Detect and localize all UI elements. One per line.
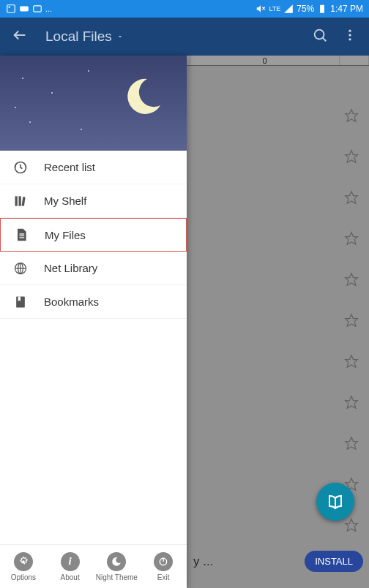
svg-rect-2 — [20, 7, 29, 12]
drawer-item-my-shelf[interactable]: My Shelf — [0, 184, 187, 218]
truncated-text: y ... — [190, 554, 213, 569]
svg-rect-3 — [34, 6, 42, 12]
navigation-drawer: Recent list My Shelf My Files Net Librar… — [0, 56, 187, 588]
mute-icon — [256, 4, 266, 14]
svg-point-12 — [348, 38, 351, 40]
svg-point-10 — [348, 30, 351, 32]
drawer-bottom-actions: Options i About Night Theme Exit — [0, 544, 187, 588]
battery-label: 75% — [297, 4, 314, 14]
search-button[interactable] — [312, 27, 328, 46]
drawer-header — [0, 56, 187, 151]
signal-icon — [283, 4, 294, 14]
bottom-btn-label: Options — [11, 573, 36, 581]
svg-point-1 — [9, 7, 10, 8]
status-right: LTE 75% 1:47 PM — [256, 4, 363, 14]
time-label: 1:47 PM — [330, 4, 363, 14]
app-bar: Local Files — [0, 18, 369, 56]
svg-point-8 — [315, 30, 324, 39]
status-bar: ... LTE 75% 1:47 PM — [0, 0, 369, 18]
exit-button[interactable]: Exit — [140, 552, 187, 581]
drawer-list: Recent list My Shelf My Files Net Librar… — [0, 151, 187, 544]
options-button[interactable]: Options — [0, 552, 47, 581]
chevron-down-icon — [116, 33, 124, 40]
info-icon: i — [61, 552, 80, 571]
drawer-item-my-files[interactable]: My Files — [0, 218, 187, 252]
bottom-btn-label: Night Theme — [96, 573, 138, 581]
svg-rect-29 — [20, 233, 25, 234]
svg-rect-28 — [22, 196, 26, 206]
title-dropdown[interactable]: Local Files — [45, 29, 312, 45]
svg-rect-31 — [20, 237, 25, 238]
status-left-icons: ... — [6, 4, 52, 14]
drawer-item-label: Bookmarks — [44, 295, 99, 308]
search-icon — [312, 27, 328, 43]
message-icon — [32, 4, 42, 14]
svg-line-9 — [323, 38, 327, 42]
install-button-label: INSTALL — [315, 556, 353, 567]
bookmark-icon — [13, 295, 28, 309]
svg-point-11 — [348, 34, 351, 36]
drawer-item-label: My Shelf — [44, 195, 86, 207]
history-icon — [13, 160, 28, 175]
power-icon — [154, 552, 173, 571]
status-more: ... — [45, 4, 52, 13]
youtube-icon — [19, 4, 29, 14]
open-book-icon — [327, 493, 344, 510]
battery-icon — [317, 4, 327, 14]
night-theme-button[interactable]: Night Theme — [94, 552, 141, 581]
moon-icon — [121, 75, 165, 118]
bottom-btn-label: Exit — [157, 573, 170, 581]
file-icon — [14, 227, 29, 242]
image-icon — [6, 4, 16, 14]
svg-rect-27 — [19, 196, 21, 206]
network-label: LTE — [269, 5, 280, 12]
globe-icon — [13, 261, 28, 276]
svg-rect-6 — [320, 5, 324, 13]
page-title: Local Files — [45, 29, 112, 45]
arrow-left-icon — [12, 27, 28, 43]
back-button[interactable] — [12, 27, 28, 46]
drawer-item-label: My Files — [45, 229, 86, 241]
reader-fab[interactable] — [316, 483, 354, 521]
drawer-item-label: Net Library — [44, 262, 97, 274]
moon-icon — [107, 552, 126, 571]
svg-rect-30 — [20, 235, 25, 236]
drawer-item-label: Recent list — [44, 161, 95, 173]
more-vert-icon — [343, 28, 357, 42]
books-icon — [13, 194, 28, 208]
bottom-content-area: y ... INSTALL — [190, 551, 363, 572]
drawer-item-bookmarks[interactable]: Bookmarks — [0, 285, 187, 319]
gear-icon — [14, 552, 33, 571]
install-button[interactable]: INSTALL — [305, 551, 363, 572]
drawer-item-recent-list[interactable]: Recent list — [0, 151, 187, 184]
about-button[interactable]: i About — [47, 552, 94, 581]
svg-rect-0 — [7, 5, 15, 13]
bottom-btn-label: About — [61, 573, 80, 581]
svg-rect-26 — [15, 196, 18, 206]
drawer-item-net-library[interactable]: Net Library — [0, 252, 187, 285]
overflow-menu-button[interactable] — [343, 28, 357, 45]
